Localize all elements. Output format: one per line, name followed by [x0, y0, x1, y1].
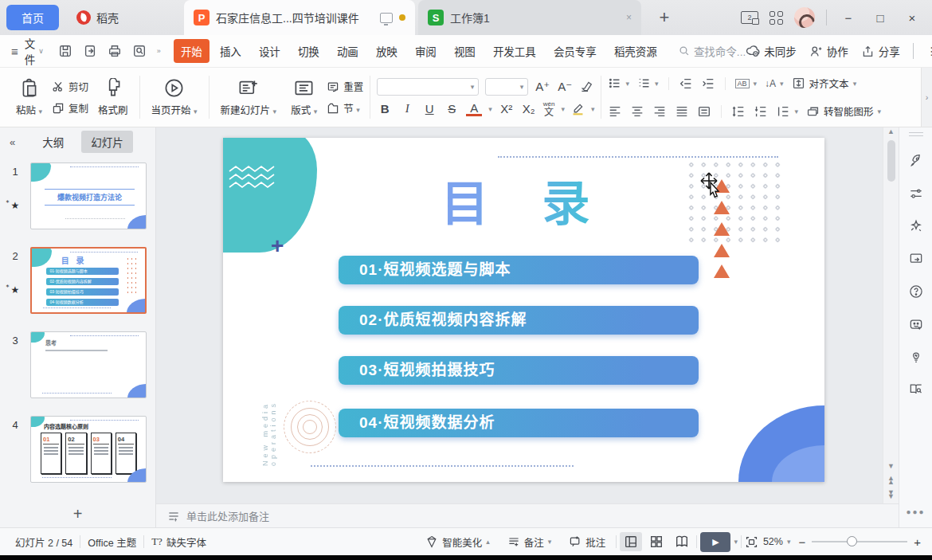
tab-home[interactable]: 开始 [174, 39, 210, 63]
tab-slides[interactable]: 幻灯片 [81, 131, 133, 153]
toc-item-3[interactable]: 03·短视频拍摄技巧 [339, 356, 699, 385]
slide-thumbnail-1[interactable]: 爆款视频打造方法论 [30, 163, 147, 229]
tab-transitions[interactable]: 切换 [291, 39, 327, 63]
fit-slide-icon[interactable] [745, 535, 758, 549]
tab-devtools[interactable]: 开发工具 [486, 39, 543, 63]
zoom-in-button[interactable]: + [914, 535, 921, 549]
save-icon[interactable] [58, 44, 72, 58]
char-border-button[interactable]: AB▾ [735, 79, 758, 88]
tab-outline[interactable]: 大纲 [33, 131, 73, 153]
format-painter-button[interactable]: 格式刷 [93, 76, 133, 119]
font-size-select[interactable]: ▾ [485, 78, 528, 96]
zoom-out-button[interactable]: − [798, 535, 805, 549]
adjust-sliders-icon[interactable] [908, 186, 924, 202]
font-name-select[interactable]: ▾ [377, 78, 479, 96]
italic-button[interactable]: I [399, 102, 415, 116]
scroll-down-icon[interactable]: ▼ [887, 462, 895, 470]
minimize-button[interactable]: − [838, 11, 859, 25]
clear-format-icon[interactable] [579, 80, 593, 93]
slideshow-play-button[interactable]: ▶ [700, 532, 730, 552]
tab-design[interactable]: 设计 [252, 39, 288, 63]
vertical-scrollbar[interactable]: ▲ ▼ ▲▲ ▼▼ [883, 127, 899, 503]
document-tab-active[interactable]: P 石家庄信息工...四节培训课件 [184, 0, 415, 35]
slide-canvas[interactable]: + 目 录 01·短视频选题与脚本 02·优质短视频内容拆解 03·短视频拍摄技… [223, 138, 824, 482]
smart-beautify-button[interactable]: 智能美化 ▴ [418, 535, 497, 550]
animation-star-icon[interactable]: ★ [11, 200, 20, 211]
align-center-icon[interactable] [630, 104, 644, 119]
rocket-beautify-icon[interactable] [908, 153, 924, 169]
more-quick-access-icon[interactable]: » [157, 47, 161, 55]
font-color-button[interactable]: A [466, 102, 482, 116]
paste-button[interactable]: 粘贴 ▾ [11, 76, 47, 119]
slide-title[interactable]: 目 录 [438, 165, 613, 234]
text-direction-button[interactable]: ↓A▾ [765, 78, 784, 89]
section-button[interactable]: 节 ▾ [327, 100, 363, 116]
next-slide-icon[interactable]: ▼▼ [887, 491, 895, 499]
copy-button[interactable]: 复制 [52, 100, 88, 116]
paragraph-spacing-icon[interactable] [754, 104, 768, 119]
zoom-slider-thumb[interactable] [847, 536, 857, 546]
more-options-dots[interactable]: ●●● [906, 507, 925, 516]
slide-thumbnail-2-selected[interactable]: 目 录 01·短视频选题与脚本 02·优质短视频内容拆解 03·短视频拍摄技巧 … [30, 247, 147, 314]
notes-toggle-button[interactable]: 备注 ▾ [500, 535, 559, 550]
tab-docer-resources[interactable]: 稻壳资源 [607, 39, 664, 63]
print-icon[interactable] [108, 44, 122, 58]
layout-button[interactable]: 版式 ▾ [286, 76, 322, 119]
to-smartart-button[interactable]: 转智能图形▾ [806, 104, 881, 119]
align-text-button[interactable]: 对齐文本▾ [792, 76, 857, 91]
print-preview-icon[interactable] [132, 44, 147, 58]
inspiration-bulb-icon[interactable] [908, 349, 924, 365]
toc-item-4[interactable]: 04·短视频数据分析 [339, 409, 699, 437]
font-color-dropdown[interactable]: ▾ [488, 105, 492, 113]
toc-item-2[interactable]: 02·优质短视频内容拆解 [339, 306, 699, 335]
subscript-button[interactable]: X₂ [521, 102, 537, 116]
scroll-up-icon[interactable]: ▲ [887, 127, 895, 135]
cut-button[interactable]: 剪切 [52, 79, 88, 94]
decrease-indent-icon[interactable] [679, 76, 693, 91]
switch-window-icon[interactable]: 2 [741, 11, 758, 24]
tab-view[interactable]: 视图 [447, 39, 483, 63]
increase-font-button[interactable]: A⁺ [535, 80, 550, 94]
command-search[interactable]: 查找命令... [679, 43, 746, 59]
justify-icon[interactable] [675, 104, 689, 119]
line-spacing-icon[interactable] [731, 104, 746, 119]
bold-button[interactable]: B [377, 102, 393, 116]
distribute-icon[interactable] [697, 104, 711, 119]
theme-name[interactable]: Office 主题 [80, 535, 143, 550]
zoom-percent[interactable]: 52%▾ [762, 536, 793, 547]
slide-sorter-view-button[interactable] [645, 532, 668, 551]
tab-membership[interactable]: 会员专享 [546, 39, 604, 63]
slideshow-play-dropdown[interactable]: ▾ [734, 538, 738, 546]
collaborate-button[interactable]: 协作 [809, 43, 848, 59]
tab-review[interactable]: 审阅 [408, 39, 444, 63]
underline-button[interactable]: U [421, 102, 437, 116]
help-icon[interactable] [908, 284, 924, 300]
spacing-options-button[interactable]: ▾ [776, 104, 798, 119]
canvas-area[interactable]: + 目 录 01·短视频选题与脚本 02·优质短视频内容拆解 03·短视频拍摄技… [156, 127, 883, 503]
numbered-list-button[interactable]: ▾ [637, 76, 659, 90]
scrollbar-thumb[interactable] [887, 140, 895, 182]
tab-animations[interactable]: 动画 [330, 39, 366, 63]
normal-view-button[interactable] [620, 532, 642, 551]
animation-star-icon[interactable]: ★ [11, 284, 20, 296]
tutorial-book-icon[interactable] [908, 382, 924, 397]
presenter-monitor-icon[interactable] [380, 13, 393, 23]
slide-thumbnail-3[interactable]: 思考 [30, 331, 147, 398]
home-button[interactable]: 首页 [6, 5, 59, 30]
tab-close-icon[interactable]: × [626, 12, 632, 23]
phonetic-guide-button[interactable]: wén 文 [543, 101, 555, 117]
slide-thumbnail-4[interactable]: 内容选题核心原则 01 02 03 04 [30, 416, 147, 483]
sync-status[interactable]: 未同步 [746, 43, 797, 59]
file-menu[interactable]: 文件 ∨ [25, 35, 44, 67]
hamburger-menu-icon[interactable]: ≡ [11, 45, 18, 58]
align-left-icon[interactable] [608, 104, 622, 119]
magic-star-icon[interactable] [908, 218, 924, 234]
docer-tab[interactable]: 稻壳 [59, 0, 136, 35]
workbench-grid-icon[interactable] [769, 11, 783, 25]
strikethrough-button[interactable]: S [444, 102, 460, 116]
maximize-button[interactable]: □ [870, 11, 891, 25]
collapse-panel-icon[interactable]: « [10, 136, 15, 148]
missing-font-warning[interactable]: T? 缺失字体 [144, 535, 213, 550]
reset-button[interactable]: 重置 [327, 79, 363, 94]
superscript-button[interactable]: X² [499, 102, 515, 116]
